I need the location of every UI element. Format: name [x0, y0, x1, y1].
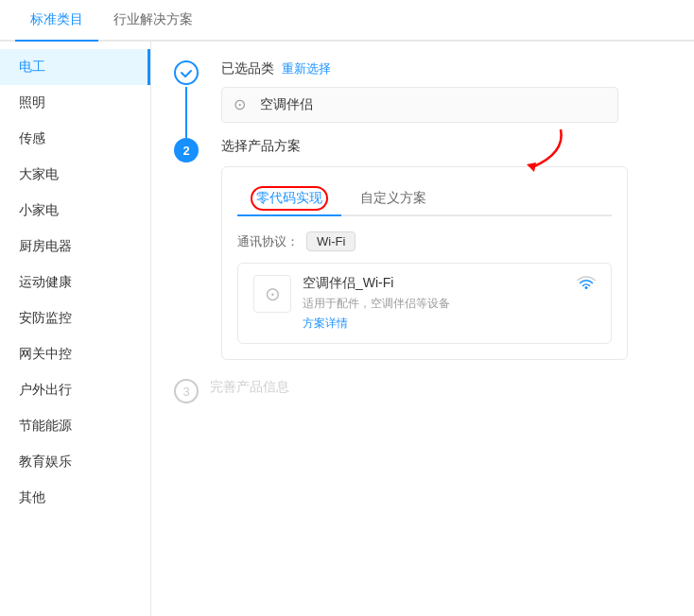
protocol-label: 通讯协议：: [237, 233, 299, 250]
category-name: 空调伴侣: [260, 96, 313, 113]
step3-label: 完善产品信息: [210, 379, 289, 396]
step1-header: 已选品类 重新选择: [221, 60, 671, 77]
step2-label: 选择产品方案: [221, 138, 671, 155]
step1-label: 已选品类: [221, 60, 274, 77]
sidebar-item-chufangdiandian[interactable]: 厨房电器: [0, 229, 150, 265]
solution-card: 零代码实现 自定义方案 通讯协议： Wi-Fi ⊙: [221, 166, 628, 360]
step2-content: 选择产品方案 零代码实现 自定义: [221, 138, 671, 360]
step-connector-line: [185, 87, 187, 138]
sidebar-item-wangguanzhongkong[interactable]: 网关中控: [0, 336, 150, 372]
product-detail-link[interactable]: 方案详情: [303, 316, 577, 332]
tab-industry[interactable]: 行业解决方案: [98, 0, 208, 40]
sidebar-item-jieneng[interactable]: 节能能源: [0, 408, 150, 444]
protocol-tag[interactable]: Wi-Fi: [306, 231, 356, 251]
product-name: 空调伴侣_Wi-Fi: [303, 275, 577, 292]
zero-code-label: 零代码实现: [256, 190, 322, 207]
solution-tabs: 零代码实现 自定义方案: [237, 182, 612, 216]
solution-tab-zero-code[interactable]: 零代码实现: [237, 182, 341, 214]
top-tabs: 标准类目 行业解决方案: [0, 0, 694, 42]
wifi-signal-icon: [577, 275, 596, 299]
sidebar: 电工 照明 传感 大家电 小家电 厨房电器 运动健康 安防监控 网关中控 户外出…: [0, 42, 151, 616]
tab-standard[interactable]: 标准类目: [15, 0, 98, 40]
solution-tab-custom[interactable]: 自定义方案: [341, 182, 445, 214]
socket-icon: ⊙: [265, 282, 281, 305]
sidebar-item-dajiadian[interactable]: 大家电: [0, 157, 150, 193]
sidebar-item-jiaoyu[interactable]: 教育娱乐: [0, 444, 150, 480]
sidebar-item-zhaoming[interactable]: 照明: [0, 85, 150, 121]
content-area: ‹ 已选品类 重新选择 ⊙ 空调伴侣: [151, 42, 694, 616]
sidebar-item-dianggong[interactable]: 电工: [0, 49, 150, 85]
sidebar-item-qita[interactable]: 其他: [0, 480, 150, 516]
sidebar-item-huwai[interactable]: 户外出行: [0, 372, 150, 408]
step1-circle: [174, 60, 199, 85]
sidebar-item-anfang[interactable]: 安防监控: [0, 300, 150, 336]
product-desc: 适用于配件，空调伴侣等设备: [303, 296, 577, 312]
protocol-row: 通讯协议： Wi-Fi: [237, 231, 612, 251]
step1-row: 已选品类 重新选择 ⊙ 空调伴侣: [174, 60, 671, 138]
step2-row: 2 选择产品方案 零代码实现: [174, 138, 671, 360]
sidebar-item-xiaojiadian[interactable]: 小家电: [0, 193, 150, 229]
product-card[interactable]: ⊙ 空调伴侣_Wi-Fi 适用于配件，空调伴侣等设备 方案详情: [237, 263, 612, 344]
sidebar-item-yundong[interactable]: 运动健康: [0, 265, 150, 300]
step3-number: 3: [182, 385, 189, 399]
selected-category-card: ⊙ 空调伴侣: [221, 87, 618, 123]
step3-row: 3 完善产品信息: [174, 379, 671, 403]
product-info: 空调伴侣_Wi-Fi 适用于配件，空调伴侣等设备 方案详情: [303, 275, 577, 332]
sidebar-item-chuangan[interactable]: 传感: [0, 121, 150, 157]
step2-circle: 2: [174, 138, 199, 163]
reselect-link[interactable]: 重新选择: [282, 60, 331, 77]
svg-marker-0: [527, 163, 536, 172]
product-icon-box: ⊙: [253, 275, 291, 313]
step3-circle: 3: [174, 379, 199, 403]
category-socket-icon: ⊙: [234, 95, 252, 114]
